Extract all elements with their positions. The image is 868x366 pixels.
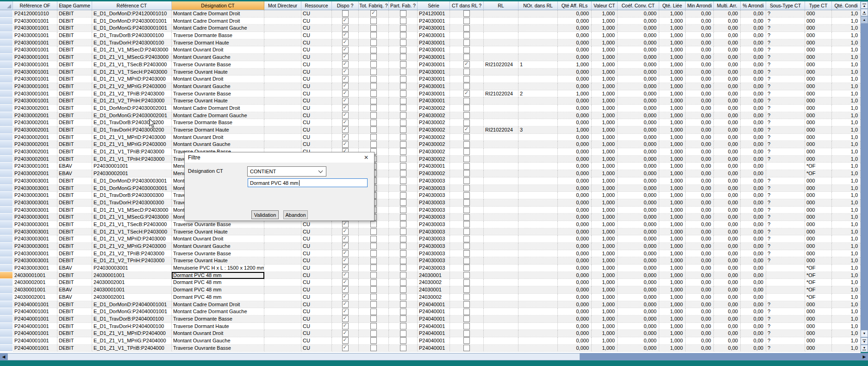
cell-qteAffRLs[interactable]: 0,000 <box>558 119 592 126</box>
cell-rl[interactable]: RI21022024 <box>484 90 518 98</box>
cell-ctDansRL[interactable] <box>450 97 484 105</box>
cell-sousTypeCT[interactable]: ? <box>766 10 805 18</box>
cell-serie[interactable]: P24030002 <box>418 119 450 126</box>
cell-qteCondi[interactable]: 1,0 <box>832 345 861 352</box>
cell-coefConvCT[interactable]: 0,000 <box>618 265 659 272</box>
cell-totFab[interactable] <box>359 235 389 243</box>
cell-qteCondi[interactable]: 1,0 <box>832 308 861 316</box>
cell-refCT[interactable]: E_D1_Z1_V1_MSecG:P2403000 <box>92 214 172 221</box>
cell-sousTypeCT[interactable]: ? <box>766 207 805 214</box>
column-header-multiArr[interactable]: Multi. Arr. <box>714 1 741 10</box>
cell-ctDansRL[interactable] <box>450 76 484 83</box>
cell-nor[interactable] <box>518 301 558 309</box>
cell-pctArrondi[interactable]: 0,00 <box>741 185 766 192</box>
cell-serie[interactable]: P24030001 <box>418 18 450 25</box>
cell-partFab[interactable] <box>389 323 418 330</box>
cell-typeCT[interactable]: 000 <box>805 214 832 221</box>
cell-pctArrondi[interactable]: 0,00 <box>741 163 766 170</box>
row-header[interactable] <box>0 126 13 134</box>
cell-minArrondi[interactable]: 0,00 <box>686 323 714 330</box>
totFab-checkbox[interactable] <box>370 337 377 344</box>
cell-dispo[interactable] <box>332 46 359 54</box>
totFab-checkbox[interactable] <box>370 316 377 322</box>
cell-rl[interactable] <box>484 235 518 243</box>
cell-totFab[interactable] <box>359 39 389 47</box>
cell-qteAffRLs[interactable]: 0,000 <box>558 272 592 279</box>
cell-typeCT[interactable]: 000 <box>805 337 832 345</box>
ctDansRL-checkbox[interactable] <box>463 18 470 24</box>
partFab-checkbox[interactable] <box>400 316 406 322</box>
cell-etape[interactable]: DEBIT <box>57 25 92 32</box>
cell-ressource[interactable]: CU <box>301 10 332 18</box>
validate-button[interactable]: Validation <box>251 210 279 219</box>
cell-rl[interactable] <box>484 39 518 47</box>
row-header[interactable] <box>0 316 13 323</box>
cell-rl[interactable] <box>484 32 518 39</box>
cell-typeCT[interactable]: 000 <box>805 207 832 214</box>
cell-qteAffRLs[interactable]: 0,000 <box>558 177 592 185</box>
ctDansRL-checkbox[interactable] <box>463 112 470 119</box>
cell-partFab[interactable] <box>389 279 418 286</box>
cell-pctArrondi[interactable]: 0,00 <box>741 90 766 98</box>
cell-typeCT[interactable]: 000 <box>805 10 832 18</box>
cell-qteLiee[interactable]: 1,000 <box>659 214 686 221</box>
cell-designation[interactable]: Montant Ouvrant Gauche <box>172 243 264 250</box>
cell-mot[interactable] <box>264 337 301 345</box>
row-header[interactable] <box>0 148 13 156</box>
cell-ctDansRL[interactable] <box>450 54 484 61</box>
cell-nor[interactable] <box>518 228 558 236</box>
cell-pctArrondi[interactable]: 0,00 <box>741 54 766 61</box>
partFab-checkbox[interactable] <box>400 170 406 177</box>
cell-coefConvCT[interactable]: 0,000 <box>618 163 659 170</box>
cell-sousTypeCT[interactable]: ? <box>766 83 805 90</box>
cell-serie[interactable]: P24030003 <box>418 177 450 185</box>
dispo-checkbox[interactable] <box>342 221 349 227</box>
row-header[interactable] <box>0 177 13 185</box>
cell-sousTypeCT[interactable]: ? <box>766 46 805 54</box>
row-header[interactable] <box>0 214 13 221</box>
cell-mot[interactable] <box>264 301 301 309</box>
cell-partFab[interactable] <box>389 316 418 323</box>
ctDansRL-checkbox[interactable] <box>463 54 470 60</box>
cell-mot[interactable] <box>264 250 301 258</box>
cell-ressource[interactable]: CU <box>301 257 332 265</box>
totFab-checkbox[interactable] <box>370 126 377 133</box>
cell-ctDansRL[interactable] <box>450 199 484 207</box>
cell-partFab[interactable] <box>389 10 418 18</box>
cell-mot[interactable] <box>264 46 301 54</box>
cell-mot[interactable] <box>264 286 301 294</box>
totFab-checkbox[interactable] <box>370 105 377 111</box>
cell-nor[interactable]: 1 <box>518 61 558 69</box>
row-header[interactable] <box>0 199 13 207</box>
cell-valeurCT[interactable]: 1,000 <box>592 323 618 330</box>
cell-qteLiee[interactable]: 1,000 <box>659 330 686 337</box>
cell-nor[interactable] <box>518 18 558 25</box>
dispo-checkbox[interactable] <box>342 236 349 242</box>
cell-qteAffRLs[interactable]: 0,000 <box>558 294 592 301</box>
cell-partFab[interactable] <box>389 330 418 337</box>
cell-serie[interactable]: P24030003 <box>418 243 450 250</box>
ctDansRL-checkbox[interactable] <box>463 250 470 257</box>
cell-rl[interactable] <box>484 199 518 207</box>
cell-ressource[interactable]: CU <box>301 18 332 25</box>
cell-coefConvCT[interactable]: 0,000 <box>618 32 659 39</box>
cell-qteAffRLs[interactable]: 0,000 <box>558 308 592 316</box>
cell-typeCT[interactable]: 000 <box>805 257 832 265</box>
cell-serie[interactable]: P24030003 <box>418 257 450 265</box>
cell-multiArr[interactable]: 0,00 <box>714 97 741 105</box>
cell-mot[interactable] <box>264 323 301 330</box>
row-header[interactable] <box>0 163 13 170</box>
vertical-scroll-track[interactable] <box>861 24 868 330</box>
corner-header-cell[interactable] <box>0 1 13 10</box>
cell-totFab[interactable] <box>359 61 389 69</box>
row-header[interactable] <box>0 119 13 126</box>
cell-etape[interactable]: DEBIT <box>57 330 92 337</box>
cell-minArrondi[interactable]: 0,00 <box>686 301 714 309</box>
cell-mot[interactable] <box>264 141 301 148</box>
cell-multiArr[interactable]: 0,00 <box>714 148 741 156</box>
cell-refOF[interactable]: P24030003001 <box>13 235 57 243</box>
cell-serie[interactable]: 24030002 <box>418 294 450 301</box>
cell-sousTypeCT[interactable] <box>766 265 805 272</box>
cell-refOF[interactable]: P24030001001 <box>13 54 57 61</box>
cell-qteCondi[interactable]: 1,0 <box>832 105 861 112</box>
